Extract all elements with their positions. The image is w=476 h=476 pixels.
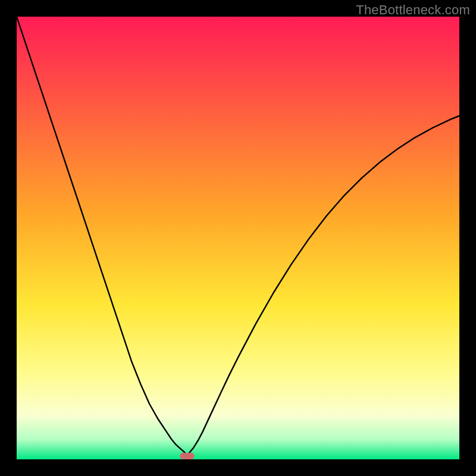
chart-svg	[17, 17, 459, 459]
chart-frame: TheBottleneck.com	[0, 0, 476, 476]
plot-area	[17, 17, 459, 459]
watermark-text: TheBottleneck.com	[356, 2, 470, 18]
gradient-background	[17, 17, 459, 459]
minimum-marker	[180, 453, 194, 459]
